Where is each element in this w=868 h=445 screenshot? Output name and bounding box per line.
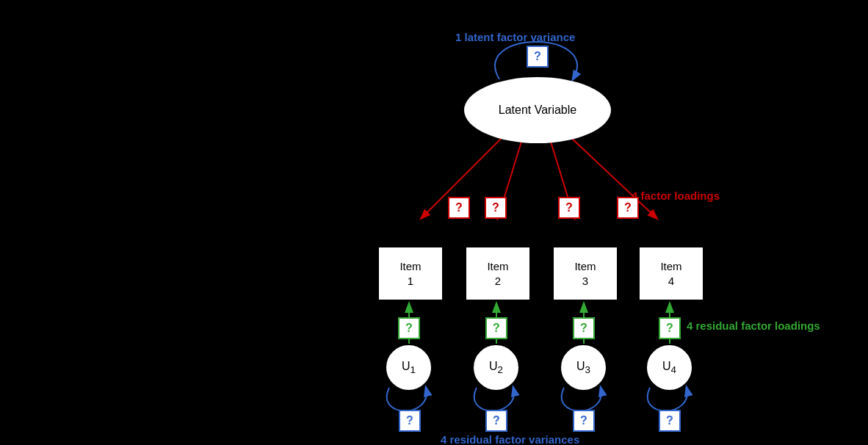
residual-variances-label: 4 residual factor variances	[441, 433, 579, 445]
residual-loading-q3: ?	[573, 317, 595, 339]
item-box-3: Item3	[552, 246, 618, 301]
diagram-svg	[0, 0, 868, 445]
item-box-1: Item1	[377, 246, 444, 301]
latent-variable-label: Latent Variable	[499, 104, 576, 117]
item-box-4: Item4	[638, 246, 704, 301]
factor-loading-q2: ?	[485, 197, 507, 219]
latent-variance-label: 1 latent factor variance	[455, 31, 575, 43]
residual-loading-q2: ?	[485, 317, 507, 339]
residual-loading-q1: ?	[398, 317, 420, 339]
u-circle-2: U2	[472, 344, 520, 391]
u-circle-3: U3	[560, 344, 607, 391]
u-circle-4: U4	[645, 344, 693, 391]
factor-loading-q1: ?	[448, 197, 470, 219]
svg-line-3	[569, 136, 657, 218]
latent-variance-question: ?	[527, 46, 549, 68]
factor-loading-q4: ?	[617, 197, 639, 219]
residual-variance-q4: ?	[659, 410, 681, 432]
residual-variance-q2: ?	[485, 410, 507, 432]
residual-loadings-label: 4 residual factor loadings	[687, 319, 820, 332]
residual-variance-q3: ?	[573, 410, 595, 432]
u-circle-1: U1	[385, 344, 433, 391]
diagram: Latent Variable 1 latent factor variance…	[0, 0, 868, 445]
residual-loading-q4: ?	[659, 317, 681, 339]
factor-loading-q3: ?	[558, 197, 580, 219]
latent-variable: Latent Variable	[464, 77, 611, 143]
residual-variance-q1: ?	[399, 410, 421, 432]
item-box-2: Item2	[465, 246, 531, 301]
factor-loadings-label: 4 factor loadings	[632, 189, 720, 202]
